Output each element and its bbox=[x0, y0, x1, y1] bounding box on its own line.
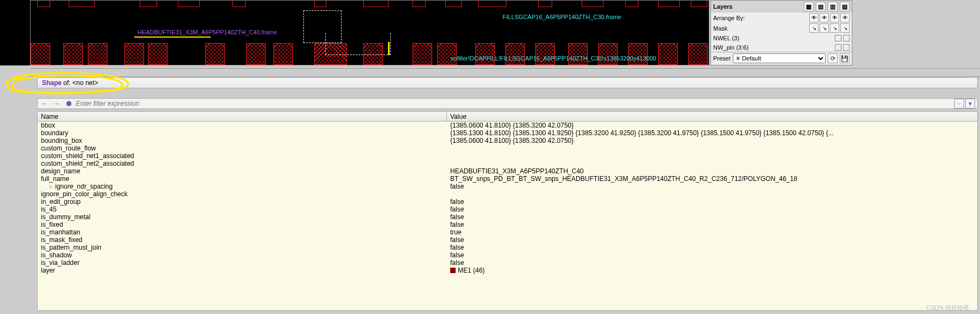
property-row[interactable]: is_via_ladder false bbox=[38, 259, 977, 267]
filter-toolbar: ← → ⬢ ▿ ▼ bbox=[37, 98, 978, 109]
property-name: bounding_box bbox=[38, 137, 447, 144]
property-name: is_via_ladder bbox=[38, 259, 447, 267]
visibility-toggle-icon[interactable]: 👁 bbox=[830, 13, 839, 22]
property-value: false bbox=[447, 221, 977, 228]
arrow-icon[interactable]: ↘ bbox=[809, 23, 818, 33]
layout-canvas[interactable]: HEADBUFTIE31_X3M_A6P5PP140ZTH_C40.frame … bbox=[30, 0, 709, 65]
property-row[interactable]: ignore_pin_color_align_check bbox=[38, 190, 977, 198]
property-row[interactable]: is_manhattan true bbox=[38, 228, 977, 236]
property-row[interactable]: full_name BT_SW_snps_PD_BT_BT_SW_snps_HE… bbox=[38, 175, 977, 183]
property-name: bbox bbox=[38, 122, 447, 129]
layer-checkbox[interactable] bbox=[843, 44, 850, 51]
property-row[interactable]: in_edit_group false bbox=[38, 198, 977, 206]
property-row[interactable]: is_fixed false bbox=[38, 221, 977, 228]
property-row[interactable]: design_name HEADBUFTIE31_X3M_A6P5PP140ZT… bbox=[38, 167, 977, 175]
shape-header: Shape of: <no net> bbox=[37, 77, 978, 88]
layer-checkbox[interactable] bbox=[835, 35, 841, 41]
property-value bbox=[447, 144, 977, 152]
property-row[interactable]: custom_route_flow bbox=[38, 144, 977, 152]
property-row[interactable]: is_dummy_metal false bbox=[38, 213, 977, 221]
property-name: custom_shield_net1_associated bbox=[38, 152, 447, 160]
property-name: custom_shield_net2_associated bbox=[38, 160, 447, 167]
column-header-name[interactable]: Name bbox=[38, 112, 447, 121]
property-name: is_pattern_must_join bbox=[38, 244, 447, 251]
property-row[interactable]: bbox {1385.0600 41.8100} {1385.3200 42.0… bbox=[38, 122, 977, 129]
property-row[interactable]: bounding_box {1385.0600 41.8100} {1385.3… bbox=[38, 137, 977, 144]
property-row[interactable]: is_mask_fixed false bbox=[38, 236, 977, 244]
arrow-icon[interactable]: ↘ bbox=[840, 23, 850, 33]
visibility-toggle-icon[interactable]: 👁 bbox=[809, 13, 818, 22]
layers-tool-icon[interactable]: ▤ bbox=[816, 2, 826, 11]
layers-tool-icon[interactable]: ▥ bbox=[828, 2, 838, 11]
preset-label: Preset bbox=[713, 55, 731, 62]
filter-apply-icon[interactable]: ▼ bbox=[965, 99, 975, 108]
property-value: HEADBUFTIE31_X3M_A6P5PP140ZTH_C40 bbox=[447, 167, 977, 175]
filter-input[interactable] bbox=[76, 99, 952, 108]
layers-tool-icon[interactable]: ▦ bbox=[804, 2, 814, 11]
expand-arrow-icon[interactable]: ▹ bbox=[50, 183, 55, 190]
property-value: true bbox=[447, 228, 977, 236]
property-name: design_name bbox=[38, 167, 447, 175]
property-value: false bbox=[447, 213, 977, 221]
property-name: ignore_pin_color_align_check bbox=[38, 190, 447, 198]
layer-swatch-icon bbox=[450, 268, 456, 273]
layers-tool-icon[interactable]: ▧ bbox=[840, 2, 850, 11]
filter-clear-icon[interactable]: ▿ bbox=[954, 99, 964, 108]
property-value bbox=[447, 152, 977, 160]
property-name: is_45 bbox=[38, 206, 447, 213]
property-value: false bbox=[447, 244, 977, 251]
property-row[interactable]: custom_shield_net1_associated bbox=[38, 152, 977, 160]
canvas-label-purple: HEADBUFTIE31_X3M_A6P5PP140ZTH_C40.frame bbox=[138, 29, 277, 35]
property-row[interactable]: custom_shield_net2_associated bbox=[38, 160, 977, 167]
arrow-icon[interactable]: ↘ bbox=[820, 23, 829, 33]
property-name: boundary bbox=[38, 129, 447, 137]
property-row[interactable]: layer ME1 (46) bbox=[38, 267, 977, 274]
property-row[interactable]: is_45 false bbox=[38, 206, 977, 213]
property-value: BT_SW_snps_PD_BT_BT_SW_snps_HEADBUFTIE31… bbox=[447, 175, 977, 183]
property-name: is_manhattan bbox=[38, 228, 447, 236]
property-name: is_fixed bbox=[38, 221, 447, 228]
layers-title: Layers bbox=[713, 3, 732, 10]
shape-header-net: <no net> bbox=[73, 79, 98, 87]
property-value bbox=[447, 160, 977, 167]
property-row[interactable]: is_pattern_must_join false bbox=[38, 244, 977, 251]
property-value: false bbox=[447, 251, 977, 259]
layer-checkbox[interactable] bbox=[835, 44, 841, 51]
layer-checkbox[interactable] bbox=[843, 35, 850, 41]
property-name: ▹ignore_ndr_spacing bbox=[38, 183, 447, 190]
pane-divider[interactable] bbox=[30, 68, 980, 77]
canvas-label-cyan-bottom: xofiller!DCAPFILL!FILLSGCAP16_A6P5PP140Z… bbox=[451, 55, 656, 62]
property-row[interactable]: boundary {1385.1300 41.8100} {1385.1300 … bbox=[38, 129, 977, 137]
nav-home-button[interactable]: ⬢ bbox=[64, 99, 74, 108]
property-name: custom_route_flow bbox=[38, 144, 447, 152]
layer-row[interactable]: NW_pin (3:6) bbox=[711, 43, 852, 52]
layer-name: NW_pin (3:6) bbox=[713, 44, 833, 51]
mask-label: Mask bbox=[713, 25, 727, 32]
property-name: is_dummy_metal bbox=[38, 213, 447, 221]
refresh-icon[interactable]: ⟳ bbox=[828, 53, 838, 63]
property-value: {1385.0600 41.8100} {1385.3200 42.0750} bbox=[447, 122, 977, 129]
property-name: full_name bbox=[38, 175, 447, 183]
property-value: {1385.0600 41.8100} {1385.3200 42.0750} bbox=[447, 137, 977, 144]
shape-header-middle: of: bbox=[63, 79, 70, 87]
column-header-value[interactable]: Value bbox=[447, 112, 977, 121]
property-value: {1385.1300 41.8100} {1385.1300 41.9250} … bbox=[447, 129, 977, 137]
arrange-by-label: Arrange By: bbox=[713, 15, 745, 21]
property-value: false bbox=[447, 259, 977, 267]
property-row[interactable]: is_shadow false bbox=[38, 251, 977, 259]
nav-forward-button[interactable]: → bbox=[52, 99, 62, 108]
layer-row[interactable]: NWEL (3) bbox=[711, 33, 852, 43]
property-value: false bbox=[447, 183, 977, 190]
nav-back-button[interactable]: ← bbox=[40, 99, 50, 108]
property-row[interactable]: ▹ignore_ndr_spacing false bbox=[38, 183, 977, 190]
visibility-toggle-icon[interactable]: 👁 bbox=[820, 13, 829, 22]
layers-panel: Layers ▦ ▤ ▥ ▧ Arrange By: 👁 👁 👁 👁 Mask … bbox=[710, 0, 852, 65]
property-table: Name Value bbox {1385.0600 41.8100} {138… bbox=[37, 111, 978, 311]
visibility-toggle-icon[interactable]: 👁 bbox=[840, 13, 850, 22]
save-preset-icon[interactable]: 💾 bbox=[840, 53, 850, 63]
arrow-icon[interactable]: ↘ bbox=[830, 23, 839, 33]
property-name: is_shadow bbox=[38, 251, 447, 259]
property-value: false bbox=[447, 236, 977, 244]
shape-header-prefix: Shape bbox=[42, 79, 62, 87]
preset-select[interactable]: ✳ Default bbox=[733, 53, 826, 63]
